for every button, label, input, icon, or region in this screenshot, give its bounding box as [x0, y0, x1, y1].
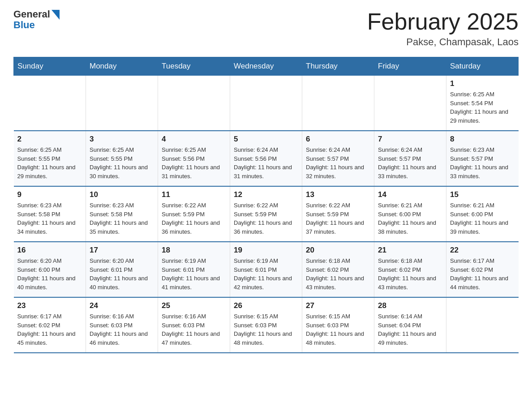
- day-number: 3: [90, 135, 154, 144]
- header-wednesday: Wednesday: [230, 57, 302, 76]
- svg-marker-0: [51, 10, 60, 20]
- day-number: 7: [378, 135, 442, 144]
- day-info: Sunrise: 6:23 AMSunset: 5:57 PMDaylight:…: [450, 146, 515, 180]
- calendar-cell: [86, 76, 158, 131]
- day-info: Sunrise: 6:15 AMSunset: 6:03 PMDaylight:…: [306, 312, 370, 347]
- calendar-cell: 25Sunrise: 6:16 AMSunset: 6:03 PMDayligh…: [158, 297, 230, 353]
- day-number: 2: [17, 135, 82, 144]
- header-sunday: Sunday: [14, 57, 86, 76]
- calendar-cell: 17Sunrise: 6:20 AMSunset: 6:01 PMDayligh…: [86, 242, 158, 297]
- logo-triangle-icon: [51, 10, 60, 20]
- day-info: Sunrise: 6:21 AMSunset: 6:00 PMDaylight:…: [378, 201, 442, 236]
- weekday-header-row: Sunday Monday Tuesday Wednesday Thursday…: [14, 57, 519, 76]
- calendar-week-row: 2Sunrise: 6:25 AMSunset: 5:55 PMDaylight…: [14, 131, 519, 186]
- calendar-cell: 1Sunrise: 6:25 AMSunset: 5:54 PMDaylight…: [446, 76, 519, 131]
- calendar-cell: [374, 76, 446, 131]
- day-number: 1: [450, 79, 515, 88]
- calendar-cell: 23Sunrise: 6:17 AMSunset: 6:02 PMDayligh…: [14, 297, 86, 353]
- day-info: Sunrise: 6:15 AMSunset: 6:03 PMDaylight:…: [234, 312, 298, 347]
- calendar-cell: 26Sunrise: 6:15 AMSunset: 6:03 PMDayligh…: [230, 297, 302, 353]
- calendar-cell: 4Sunrise: 6:25 AMSunset: 5:56 PMDaylight…: [158, 131, 230, 186]
- day-info: Sunrise: 6:17 AMSunset: 6:02 PMDaylight:…: [450, 257, 515, 291]
- day-info: Sunrise: 6:22 AMSunset: 5:59 PMDaylight:…: [234, 201, 298, 236]
- day-info: Sunrise: 6:24 AMSunset: 5:57 PMDaylight:…: [306, 146, 370, 180]
- day-number: 28: [378, 301, 442, 310]
- calendar-week-row: 1Sunrise: 6:25 AMSunset: 5:54 PMDaylight…: [14, 76, 519, 131]
- day-info: Sunrise: 6:20 AMSunset: 6:01 PMDaylight:…: [90, 257, 154, 291]
- day-number: 18: [162, 246, 226, 255]
- day-number: 27: [306, 301, 370, 310]
- day-number: 9: [17, 190, 82, 199]
- calendar-cell: 18Sunrise: 6:19 AMSunset: 6:01 PMDayligh…: [158, 242, 230, 297]
- calendar-week-row: 23Sunrise: 6:17 AMSunset: 6:02 PMDayligh…: [14, 297, 519, 353]
- calendar-cell: 15Sunrise: 6:21 AMSunset: 6:00 PMDayligh…: [446, 186, 519, 242]
- day-info: Sunrise: 6:16 AMSunset: 6:03 PMDaylight:…: [162, 312, 226, 347]
- calendar-cell: 13Sunrise: 6:22 AMSunset: 5:59 PMDayligh…: [302, 186, 374, 242]
- logo-blue-text: Blue: [13, 19, 35, 30]
- day-info: Sunrise: 6:19 AMSunset: 6:01 PMDaylight:…: [234, 257, 298, 291]
- calendar-week-row: 16Sunrise: 6:20 AMSunset: 6:00 PMDayligh…: [14, 242, 519, 297]
- calendar-cell: 27Sunrise: 6:15 AMSunset: 6:03 PMDayligh…: [302, 297, 374, 353]
- title-section: February 2025 Pakse, Champasak, Laos: [367, 9, 519, 48]
- header-thursday: Thursday: [302, 57, 374, 76]
- day-number: 5: [234, 135, 298, 144]
- day-number: 23: [17, 301, 82, 310]
- header-saturday: Saturday: [446, 57, 519, 76]
- day-number: 14: [378, 190, 442, 199]
- calendar-cell: [158, 76, 230, 131]
- day-number: 16: [17, 246, 82, 255]
- calendar-week-row: 9Sunrise: 6:23 AMSunset: 5:58 PMDaylight…: [14, 186, 519, 242]
- day-number: 22: [450, 246, 515, 255]
- day-info: Sunrise: 6:16 AMSunset: 6:03 PMDaylight:…: [90, 312, 154, 347]
- day-number: 10: [90, 190, 154, 199]
- day-info: Sunrise: 6:24 AMSunset: 5:56 PMDaylight:…: [234, 146, 298, 180]
- calendar-cell: 7Sunrise: 6:24 AMSunset: 5:57 PMDaylight…: [374, 131, 446, 186]
- day-info: Sunrise: 6:20 AMSunset: 6:00 PMDaylight:…: [17, 257, 82, 291]
- day-number: 24: [90, 301, 154, 310]
- logo: General Blue: [13, 9, 60, 30]
- calendar-cell: [302, 76, 374, 131]
- calendar-cell: 14Sunrise: 6:21 AMSunset: 6:00 PMDayligh…: [374, 186, 446, 242]
- calendar-cell: [14, 76, 86, 131]
- calendar-table: Sunday Monday Tuesday Wednesday Thursday…: [13, 57, 519, 353]
- day-number: 25: [162, 301, 226, 310]
- day-info: Sunrise: 6:22 AMSunset: 5:59 PMDaylight:…: [306, 201, 370, 236]
- header-friday: Friday: [374, 57, 446, 76]
- day-info: Sunrise: 6:22 AMSunset: 5:59 PMDaylight:…: [162, 201, 226, 236]
- calendar-cell: 3Sunrise: 6:25 AMSunset: 5:55 PMDaylight…: [86, 131, 158, 186]
- header-monday: Monday: [86, 57, 158, 76]
- day-number: 12: [234, 190, 298, 199]
- day-number: 8: [450, 135, 515, 144]
- calendar-cell: 28Sunrise: 6:14 AMSunset: 6:04 PMDayligh…: [374, 297, 446, 353]
- day-info: Sunrise: 6:23 AMSunset: 5:58 PMDaylight:…: [17, 201, 82, 236]
- day-info: Sunrise: 6:14 AMSunset: 6:04 PMDaylight:…: [378, 312, 442, 347]
- day-number: 11: [162, 190, 226, 199]
- calendar-cell: 6Sunrise: 6:24 AMSunset: 5:57 PMDaylight…: [302, 131, 374, 186]
- day-info: Sunrise: 6:17 AMSunset: 6:02 PMDaylight:…: [17, 312, 82, 347]
- day-info: Sunrise: 6:18 AMSunset: 6:02 PMDaylight:…: [306, 257, 370, 291]
- header-tuesday: Tuesday: [158, 57, 230, 76]
- calendar-cell: 10Sunrise: 6:23 AMSunset: 5:58 PMDayligh…: [86, 186, 158, 242]
- day-info: Sunrise: 6:18 AMSunset: 6:02 PMDaylight:…: [378, 257, 442, 291]
- day-info: Sunrise: 6:23 AMSunset: 5:58 PMDaylight:…: [90, 201, 154, 236]
- calendar-cell: [446, 297, 519, 353]
- day-info: Sunrise: 6:25 AMSunset: 5:54 PMDaylight:…: [450, 90, 515, 125]
- month-title: February 2025: [367, 9, 519, 34]
- logo-general-text: General: [13, 9, 50, 20]
- calendar-cell: 2Sunrise: 6:25 AMSunset: 5:55 PMDaylight…: [14, 131, 86, 186]
- day-number: 4: [162, 135, 226, 144]
- day-number: 26: [234, 301, 298, 310]
- day-number: 20: [306, 246, 370, 255]
- calendar-cell: 5Sunrise: 6:24 AMSunset: 5:56 PMDaylight…: [230, 131, 302, 186]
- day-info: Sunrise: 6:19 AMSunset: 6:01 PMDaylight:…: [162, 257, 226, 291]
- day-number: 15: [450, 190, 515, 199]
- day-number: 6: [306, 135, 370, 144]
- day-info: Sunrise: 6:25 AMSunset: 5:55 PMDaylight:…: [90, 146, 154, 180]
- calendar-cell: 21Sunrise: 6:18 AMSunset: 6:02 PMDayligh…: [374, 242, 446, 297]
- day-info: Sunrise: 6:24 AMSunset: 5:57 PMDaylight:…: [378, 146, 442, 180]
- calendar-cell: 12Sunrise: 6:22 AMSunset: 5:59 PMDayligh…: [230, 186, 302, 242]
- calendar-cell: 19Sunrise: 6:19 AMSunset: 6:01 PMDayligh…: [230, 242, 302, 297]
- calendar-cell: [230, 76, 302, 131]
- page-header: General Blue February 2025 Pakse, Champa…: [13, 9, 519, 48]
- calendar-cell: 11Sunrise: 6:22 AMSunset: 5:59 PMDayligh…: [158, 186, 230, 242]
